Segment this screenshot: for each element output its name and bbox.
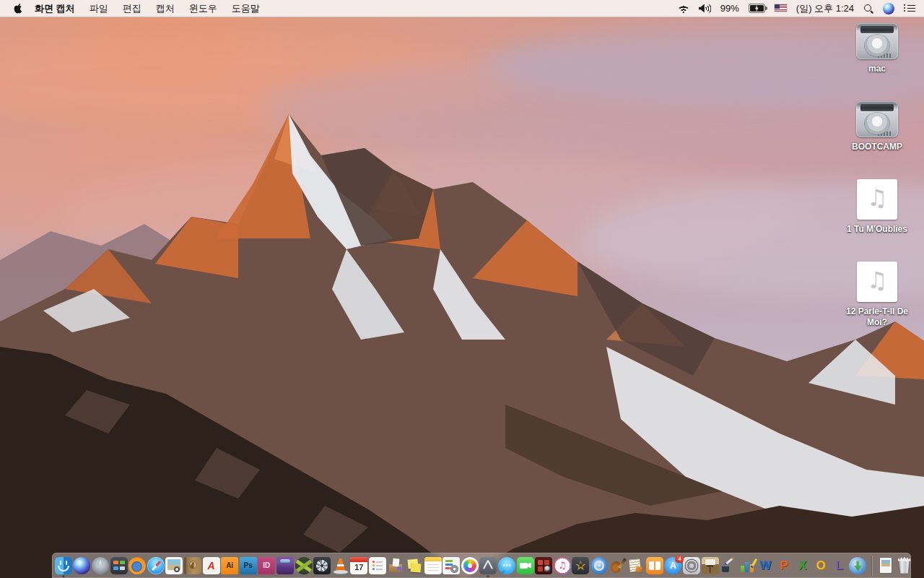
dock-numbers[interactable] [738,553,757,578]
dock-reminders[interactable] [368,553,387,578]
dock-firefox[interactable] [128,553,147,578]
dock-pages[interactable] [719,553,738,578]
dock-vlc[interactable] [331,553,350,578]
dock-unarchiver[interactable] [387,553,406,578]
dock-document[interactable] [876,553,895,578]
document-icon [877,557,894,574]
icon-glyph-text: L [831,557,848,574]
desktop-icon-mac[interactable]: mac [856,23,898,74]
dock-trash[interactable] [895,553,914,578]
dock-toast[interactable] [276,553,295,578]
dock-apps: AAiPsID17A4WPXOL [52,553,869,578]
dock-garageband[interactable] [609,553,627,578]
illustrator-icon: Ai [221,557,238,574]
siri-icon[interactable] [883,3,894,14]
apple-menu[interactable] [9,3,27,14]
dock-keynote[interactable] [701,553,720,578]
dock-app-store[interactable]: A4 [664,553,683,578]
dock-ibooks[interactable] [645,553,664,578]
menu-bar: 화면 캡처 파일편집캡처윈도우도움말 99% (일) 오후 1:24 [0,0,924,17]
dock-collage[interactable] [627,553,645,578]
photos-icon [461,557,479,574]
drive-icon [856,101,898,137]
dock-downloader[interactable] [849,553,868,578]
numbers-icon [738,557,756,574]
menu-bar-clock[interactable]: (일) 오후 1:24 [796,2,854,15]
safari-icon [147,557,165,574]
dock-imovie[interactable] [572,553,590,578]
menu-item-1[interactable]: 파일 [90,2,108,15]
dock-contacts[interactable] [183,553,202,578]
desktop-icon-bootcamp[interactable]: BOOTCAMP [852,101,902,152]
running-indicator [487,575,489,577]
dock-system-preferences[interactable] [682,553,701,578]
dock-itunes[interactable] [553,553,572,578]
dock-indesign[interactable]: ID [258,553,276,578]
notification-center-icon[interactable] [904,4,915,13]
dock-preview[interactable] [165,553,184,578]
ibooks-icon [646,557,663,574]
dock-finder[interactable] [54,553,73,578]
apple-logo-icon [14,3,23,14]
siri-icon [73,557,90,574]
toast-icon [276,557,294,574]
desktop-icon-label: 1 Tu M'Oublies [847,224,907,235]
dock-messages[interactable] [497,553,516,578]
dock-word[interactable]: W [757,553,775,578]
dock-calendar[interactable]: 17 [350,553,369,578]
desktop-icon-audio-1[interactable]: 1 Tu M'Oublies [847,179,907,235]
calendar-icon: 17 [350,557,367,574]
dock-fan-utility[interactable] [313,553,331,578]
dock-siri[interactable] [73,553,92,578]
wallpaper [0,0,924,578]
desktop-icon-audio-2[interactable]: 12 Parle-T-Il De Moi? [839,262,915,328]
photoshop-icon: Ps [240,557,257,574]
menu-bar-status: 99% (일) 오후 1:24 [678,2,924,15]
launchpad-icon [92,557,109,574]
menu-item-3[interactable]: 캡처 [156,2,175,15]
app-store-icon: A4 [664,557,681,574]
dock-notes[interactable] [424,553,443,578]
spotlight-search-icon[interactable] [863,4,873,14]
dock-powerpoint[interactable]: P [775,553,793,578]
firefox-icon [128,557,146,574]
wifi-icon[interactable] [678,4,689,13]
menu-item-5[interactable]: 도움말 [232,2,260,15]
menu-item-4[interactable]: 윈도우 [189,2,217,15]
menu-bar-left: 화면 캡처 파일편집캡처윈도우도움말 [0,2,267,15]
battery-charging-icon[interactable] [749,4,765,13]
dock-lync[interactable]: L [830,553,849,578]
system-preferences-icon [683,557,700,574]
outlook-icon: O [812,557,829,574]
dock-photoshop[interactable]: Ps [239,553,258,578]
input-language-flag-icon[interactable] [775,4,787,12]
dock-acrobat[interactable]: A [202,553,221,578]
itunes-icon [554,557,571,574]
dock-launchpad[interactable] [91,553,110,578]
dock-gear-doc[interactable] [442,553,461,578]
icon-glyph-text: W [757,557,774,574]
messages-icon [498,557,515,574]
menu-item-2[interactable]: 편집 [123,2,141,15]
desktop-icon-label: mac [868,64,886,74]
dock-dvd-player[interactable] [590,553,609,578]
active-app-menu[interactable]: 화면 캡처 [35,2,75,15]
dock-mission-control[interactable] [110,553,128,578]
contacts-icon [184,557,201,574]
notification-badge: 4 [675,556,684,563]
dock-xee[interactable] [295,553,313,578]
drive-vents [878,131,891,136]
dock-grab[interactable] [479,553,498,578]
trash-icon [896,557,913,574]
dock-facetime[interactable] [516,553,535,578]
dock-photo-booth[interactable] [534,553,553,578]
dock-outlook[interactable]: O [811,553,830,578]
dock-safari[interactable] [147,553,165,578]
dock-excel[interactable]: X [793,553,812,578]
reminders-icon [369,557,386,574]
dock-photos[interactable] [461,553,479,578]
dock-illustrator[interactable]: Ai [220,553,239,578]
running-indicator [62,575,64,577]
dock-stickies[interactable] [405,553,424,578]
volume-icon[interactable] [699,4,711,13]
